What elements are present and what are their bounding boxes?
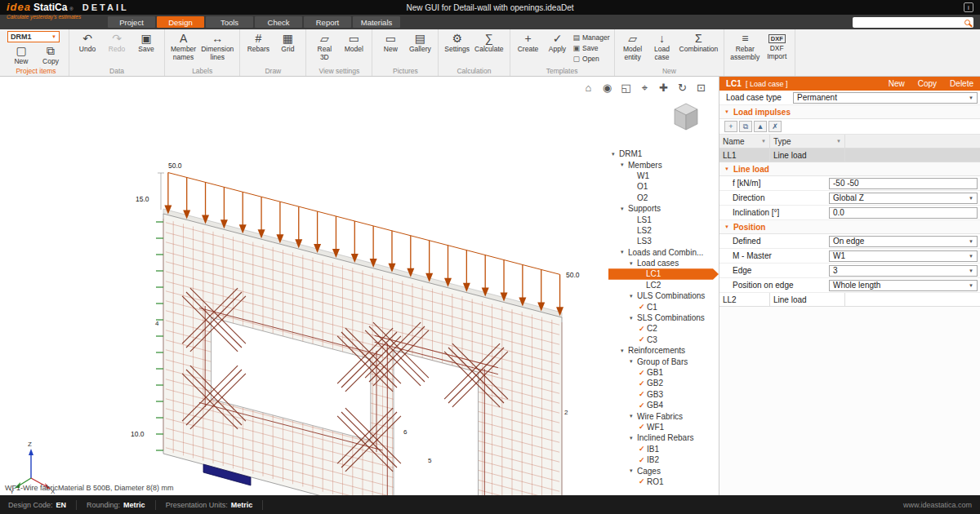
tree-item-ib1[interactable]: ▾ ✓ IB1 <box>608 444 719 454</box>
tree-item-group-of-bars[interactable]: ▾ ✓ Group of Bars <box>608 356 719 366</box>
expand-icon[interactable]: ▾ <box>630 413 637 419</box>
tab-report[interactable]: Report <box>304 16 351 28</box>
member-names-button[interactable]: A Member names <box>169 31 198 62</box>
tree-item-cages[interactable]: ▾ ✓ Cages <box>608 465 719 476</box>
expand-icon[interactable]: ▾ <box>621 348 628 354</box>
copy-button[interactable]: Copy <box>918 79 937 88</box>
tree-item-sls-combinations[interactable]: ▾ ✓ SLS Combinations <box>608 312 719 323</box>
expand-icon[interactable]: ▾ <box>621 249 628 255</box>
project-item-select[interactable]: DRM1▼ <box>7 31 60 42</box>
section-position[interactable]: ▼ Position <box>719 220 980 234</box>
section-load-impulses[interactable]: ▼ Load impulses <box>719 105 980 119</box>
expand-icon[interactable]: ▾ <box>612 151 619 157</box>
filter-icon[interactable]: ▼ <box>761 139 766 144</box>
tree-item-lc1[interactable]: ▾ ✓ LC1 <box>608 268 719 279</box>
expand-icon[interactable]: ▾ <box>621 206 628 212</box>
check-icon[interactable]: ✓ <box>639 401 647 410</box>
inclination-input[interactable]: 0.0 <box>829 207 978 219</box>
filter-icon[interactable]: ▼ <box>836 139 841 144</box>
nav-cube[interactable] <box>671 101 701 134</box>
rebar-assembly-button[interactable]: ≡ Rebar assembly <box>728 31 761 62</box>
tree-item-c1[interactable]: ▾ ✓ C1 <box>608 301 719 312</box>
tab-check[interactable]: Check <box>255 16 302 28</box>
apply-template-button[interactable]: ✓ Apply <box>544 31 572 55</box>
info-icon[interactable]: i <box>964 2 973 12</box>
website-link[interactable]: www.ideastatica.com <box>903 501 972 509</box>
tree-item-ro1[interactable]: ▾ ✓ RO1 <box>608 476 719 487</box>
new-load-case-button[interactable]: ↓ Load case <box>648 31 676 62</box>
expand-icon[interactable]: ▾ <box>630 260 637 267</box>
check-icon[interactable]: ✓ <box>639 379 647 388</box>
wall-model-canvas[interactable]: 50.0 50.0 15.0 10.0 4 6 5 2 1 3 Z <box>0 77 608 495</box>
impulse-row-ll1[interactable]: LL1 Line load <box>719 148 980 162</box>
dimension-lines-button[interactable]: ↔ Dimension lines <box>199 31 235 62</box>
template-save-button[interactable]: ▣ Save <box>573 43 610 53</box>
calc-settings-button[interactable]: ⚙ Settings <box>443 31 471 55</box>
zoom-window-button[interactable]: ◱ <box>620 82 632 94</box>
tree-item-reinforcements[interactable]: ▾ ✓ Reinforcements <box>608 345 719 356</box>
expand-icon[interactable]: ▾ <box>630 467 637 474</box>
template-open-button[interactable]: ▢ Open <box>573 54 610 64</box>
tree-item-wf1[interactable]: ▾ ✓ WF1 <box>608 422 719 432</box>
redo-button[interactable]: ↷ Redo <box>103 31 131 55</box>
tree-item-c2[interactable]: ▾ ✓ C2 <box>608 323 719 334</box>
check-icon[interactable]: ✓ <box>639 369 647 377</box>
undo-button[interactable]: ↶ Undo <box>74 31 101 55</box>
defined-select[interactable]: On edge▼ <box>829 236 978 247</box>
new-project-item-button[interactable]: ▢ New <box>7 43 35 67</box>
tree-item-load-cases[interactable]: ▾ ✓ Load cases <box>608 258 719 268</box>
check-icon[interactable]: ✓ <box>639 390 647 398</box>
new-button[interactable]: New <box>889 79 905 88</box>
search-box[interactable] <box>853 17 973 28</box>
master-select[interactable]: W1▼ <box>829 250 978 262</box>
tree-item-gb3[interactable]: ▾ ✓ GB3 <box>608 389 719 400</box>
tree-item-lc2[interactable]: ▾ ✓ LC2 <box>608 280 719 290</box>
tree-item-ls1[interactable]: ▾ ✓ LS1 <box>608 214 719 224</box>
tab-tools[interactable]: Tools <box>206 16 253 28</box>
template-manager-button[interactable]: ▤ Manager <box>573 33 610 42</box>
rebars-button[interactable]: # Rebars <box>244 31 272 55</box>
load-case-type-select[interactable]: Permanent▼ <box>793 92 978 104</box>
new-combination-button[interactable]: Σ Combination <box>678 31 720 55</box>
expand-icon[interactable]: ▾ <box>630 315 637 321</box>
tree-item-loads-and-combinations[interactable]: ▾ ✓ Loads and Combin... <box>608 247 719 258</box>
add-impulse-button[interactable]: + <box>724 121 737 132</box>
check-icon[interactable]: ✓ <box>639 477 647 485</box>
real-3d-button[interactable]: ▱ Real 3D <box>310 31 338 62</box>
viewport-3d[interactable]: 50.0 50.0 15.0 10.0 4 6 5 2 1 3 Z <box>0 77 608 495</box>
impulse-row-ll2[interactable]: LL2 Line load <box>719 293 980 307</box>
tree-item-o2[interactable]: ▾ ✓ O2 <box>608 193 719 203</box>
search-input[interactable] <box>856 18 964 26</box>
new-picture-button[interactable]: ▭ New <box>376 31 404 55</box>
section-line-load[interactable]: ▼ Line load <box>719 162 980 176</box>
copy-project-item-button[interactable]: ⧉ Copy <box>37 43 65 67</box>
tree-item-inclined-rebars[interactable]: ▾ ✓ Inclined Rebars <box>608 432 719 443</box>
expand-icon[interactable]: ▾ <box>630 358 637 365</box>
search-icon[interactable] <box>964 20 970 25</box>
tree-item-c3[interactable]: ▾ ✓ C3 <box>608 335 719 345</box>
check-icon[interactable]: ✓ <box>639 335 647 343</box>
pan-button[interactable]: ✚ <box>657 82 670 94</box>
create-template-button[interactable]: + Create <box>514 31 542 55</box>
tree-item-ls3[interactable]: ▾ ✓ LS3 <box>608 236 719 246</box>
model-view-button[interactable]: ▭ Model <box>340 31 368 55</box>
tree-item-drm1[interactable]: ▾ ✓ DRM1 <box>608 148 719 159</box>
check-icon[interactable]: ✓ <box>639 423 647 431</box>
grid-button[interactable]: ▦ Grid <box>274 31 301 55</box>
check-icon[interactable]: ✓ <box>639 456 647 464</box>
tree-item-ls2[interactable]: ▾ ✓ LS2 <box>608 225 719 236</box>
tree-item-wire-fabrics[interactable]: ▾ ✓ Wire Fabrics <box>608 410 719 421</box>
tree-item-o1[interactable]: ▾ ✓ O1 <box>608 181 719 192</box>
copy-impulse-button[interactable]: ⧉ <box>739 121 752 132</box>
tree-item-uls-combinations[interactable]: ▾ ✓ ULS Combinations <box>608 290 719 301</box>
move-impulse-button[interactable]: ▲ <box>754 121 767 132</box>
save-button[interactable]: ▣ Save <box>132 31 160 55</box>
home-view-button[interactable]: ⌂ <box>582 82 595 94</box>
tab-materials[interactable]: Materials <box>353 16 400 28</box>
zoom-button[interactable]: ⌖ <box>639 82 651 94</box>
calculate-button[interactable]: ∑ Calculate <box>473 31 505 55</box>
position-on-edge-select[interactable]: Whole length▼ <box>829 280 978 291</box>
tree-item-supports[interactable]: ▾ ✓ Supports <box>608 203 719 214</box>
check-icon[interactable]: ✓ <box>639 445 647 453</box>
tree-item-members[interactable]: ▾ ✓ Members <box>608 159 719 170</box>
